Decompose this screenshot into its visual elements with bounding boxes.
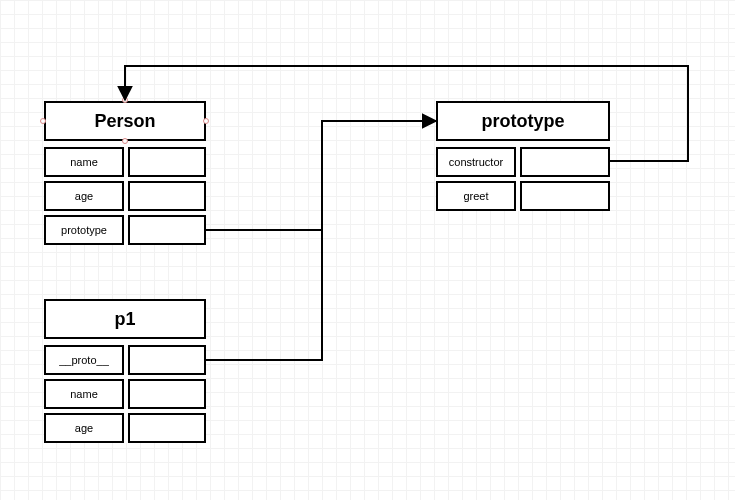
port-bottom [122,138,128,144]
cell-key: prototype [44,215,124,245]
node-p1-title: p1 [114,309,135,330]
node-person-rows: name age prototype [44,147,206,245]
node-person[interactable]: Person name age prototype [44,101,206,245]
port-top [122,97,128,103]
cell-key: age [44,181,124,211]
edge-p1-proto-to-prototype [206,121,436,360]
row-person-name[interactable]: name [44,147,206,177]
cell-value [128,345,206,375]
node-prototype-title: prototype [482,111,565,132]
cell-value [520,181,610,211]
cell-key: name [44,147,124,177]
cell-key: constructor [436,147,516,177]
node-p1[interactable]: p1 __proto__ name age [44,299,206,443]
row-p1-proto[interactable]: __proto__ [44,345,206,375]
cell-value [128,215,206,245]
cell-value [128,379,206,409]
row-p1-name[interactable]: name [44,379,206,409]
node-person-header: Person [44,101,206,141]
node-p1-header: p1 [44,299,206,339]
cell-value [520,147,610,177]
node-p1-rows: __proto__ name age [44,345,206,443]
row-p1-age[interactable]: age [44,413,206,443]
cell-value [128,181,206,211]
cell-key: __proto__ [44,345,124,375]
cell-value [128,147,206,177]
cell-key: greet [436,181,516,211]
row-prototype-constructor[interactable]: constructor [436,147,610,177]
node-prototype-rows: constructor greet [436,147,610,211]
row-person-prototype[interactable]: prototype [44,215,206,245]
row-person-age[interactable]: age [44,181,206,211]
cell-key: name [44,379,124,409]
cell-value [128,413,206,443]
node-person-title: Person [94,111,155,132]
port-right [203,118,209,124]
node-prototype[interactable]: prototype constructor greet [436,101,610,211]
node-prototype-header: prototype [436,101,610,141]
cell-key: age [44,413,124,443]
row-prototype-greet[interactable]: greet [436,181,610,211]
port-left [40,118,46,124]
diagram-canvas: Person name age prototype p1 [0,0,735,500]
